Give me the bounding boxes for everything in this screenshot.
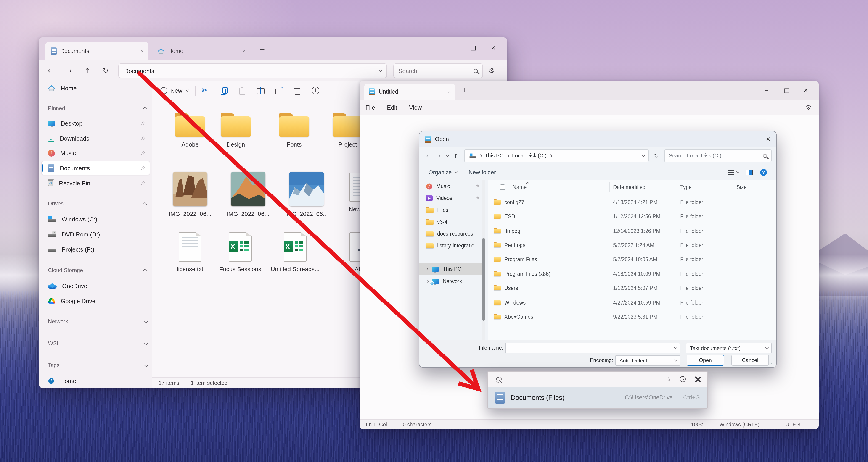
breadcrumb-bar[interactable]: This PC Local Disk (C:) bbox=[464, 149, 649, 162]
file-row[interactable]: ffmpeg 12/14/2023 1:26 PM File folder bbox=[488, 224, 776, 238]
file-row[interactable]: Program Files (x86) 4/18/2024 10:09 PM F… bbox=[488, 267, 776, 281]
sidebar-section-drives[interactable]: Drives bbox=[48, 198, 147, 209]
breadcrumb-local-disk[interactable]: Local Disk (C:) bbox=[512, 153, 547, 158]
tab-close-icon[interactable]: × bbox=[141, 48, 144, 54]
favorites-icon[interactable]: ☆ bbox=[665, 375, 671, 383]
dialog-sidebar-listary-integration[interactable]: listary-integratio bbox=[422, 240, 480, 252]
preview-pane-icon[interactable] bbox=[746, 170, 753, 175]
grid-item-image[interactable]: IMG_2022_06... bbox=[218, 172, 278, 217]
new-folder-button[interactable]: New folder bbox=[468, 169, 496, 175]
resize-grip[interactable] bbox=[771, 362, 774, 365]
palette-search-row[interactable]: ☆ bbox=[488, 372, 707, 387]
grid-item-file[interactable]: license.txt bbox=[165, 232, 215, 272]
view-mode-button[interactable] bbox=[728, 170, 738, 175]
chevron-down-icon[interactable] bbox=[144, 319, 149, 323]
delete-icon[interactable] bbox=[293, 87, 301, 95]
grid-item-image[interactable]: IMG_2022_06... bbox=[160, 172, 220, 217]
open-button[interactable]: Open bbox=[687, 355, 724, 366]
new-tab-button[interactable]: + bbox=[462, 86, 468, 94]
grid-item-file[interactable]: X Untitled Spreads... bbox=[266, 232, 325, 272]
column-header-date[interactable]: Date modified bbox=[613, 180, 646, 194]
sidebar-item-home[interactable]: Home bbox=[41, 81, 150, 95]
scrollbar-thumb[interactable] bbox=[483, 238, 485, 321]
sidebar-item-desktop[interactable]: Desktop bbox=[41, 117, 150, 130]
sidebar-section-network[interactable]: Network bbox=[48, 316, 147, 327]
tab-documents[interactable]: Documents × bbox=[45, 41, 149, 60]
file-row[interactable]: Windows 4/27/2024 10:59 PM File folder bbox=[488, 295, 776, 309]
encoding-select[interactable]: Auto-Detect bbox=[615, 355, 680, 366]
file-row[interactable]: Program Files 5/7/2024 10:06 AM File fol… bbox=[488, 252, 776, 266]
new-tab-button[interactable]: + bbox=[259, 45, 265, 54]
dialog-sidebar-this-pc[interactable]: This PC bbox=[420, 263, 483, 275]
notepad-tab-untitled[interactable]: Untitled × bbox=[364, 84, 456, 100]
history-icon[interactable] bbox=[680, 376, 686, 382]
select-all-checkbox[interactable] bbox=[500, 185, 505, 190]
recent-locations-icon[interactable] bbox=[446, 154, 449, 157]
sidebar-section-pinned[interactable]: Pinned bbox=[48, 102, 147, 114]
dialog-sidebar-network[interactable]: Network bbox=[420, 275, 483, 287]
help-icon[interactable]: ? bbox=[760, 169, 767, 176]
file-type-select[interactable]: Text documents (*.txt) bbox=[686, 343, 772, 353]
maximize-button[interactable]: □ bbox=[463, 37, 483, 58]
cut-icon[interactable] bbox=[202, 87, 210, 95]
file-row[interactable]: config27 4/18/2024 4:21 PM File folder bbox=[488, 195, 776, 209]
info-icon[interactable] bbox=[312, 87, 319, 95]
dialog-sidebar-docs-resources[interactable]: docs-resources bbox=[422, 228, 480, 240]
tools-icon[interactable] bbox=[694, 376, 701, 382]
sidebar-item-google-drive[interactable]: Google Drive bbox=[41, 294, 150, 308]
close-button[interactable]: × bbox=[766, 136, 771, 142]
close-button[interactable]: × bbox=[796, 81, 816, 99]
close-button[interactable]: × bbox=[483, 37, 503, 58]
menu-edit[interactable]: Edit bbox=[381, 104, 403, 111]
dialog-search-input[interactable]: Search Local Disk (C:) bbox=[664, 149, 772, 162]
tab-home[interactable]: Home × bbox=[152, 41, 250, 60]
gear-icon[interactable]: ⚙ bbox=[488, 67, 495, 75]
chevron-up-icon[interactable] bbox=[143, 107, 147, 111]
breadcrumb-this-pc[interactable]: This PC bbox=[485, 153, 503, 158]
sidebar-item-projects-p[interactable]: Projects (P:) bbox=[41, 242, 150, 256]
grid-item-image[interactable]: IMG_2022_06... bbox=[277, 172, 336, 217]
rename-icon[interactable] bbox=[257, 87, 265, 95]
sidebar-item-tag-home[interactable]: Home bbox=[41, 374, 150, 388]
grid-item-folder[interactable]: Design bbox=[208, 113, 263, 148]
file-row[interactable]: PerfLogs 5/7/2022 1:24 AM File folder bbox=[488, 238, 776, 252]
paste-icon[interactable] bbox=[239, 87, 246, 95]
tab-close-icon[interactable]: × bbox=[242, 48, 245, 54]
dialog-sidebar-files[interactable]: Files bbox=[422, 204, 480, 216]
dialog-sidebar-videos[interactable]: ▶ Videos bbox=[422, 192, 480, 204]
sidebar-item-music[interactable]: ♪ Music bbox=[41, 146, 150, 160]
sidebar-item-dvd-d[interactable]: DVD Rom (D:) bbox=[41, 227, 150, 241]
grid-item-folder[interactable]: Fonts bbox=[267, 113, 321, 148]
expand-icon[interactable] bbox=[425, 279, 429, 283]
encoding[interactable]: UTF-8 bbox=[785, 422, 800, 427]
copy-icon[interactable] bbox=[220, 87, 228, 95]
menu-file[interactable]: File bbox=[360, 104, 381, 111]
cancel-button[interactable]: Cancel bbox=[732, 355, 769, 366]
file-row[interactable]: Users 1/12/2024 5:07 PM File folder bbox=[488, 281, 776, 295]
sidebar-section-cloud-storage[interactable]: Cloud Storage bbox=[48, 264, 147, 276]
new-button[interactable]: + New bbox=[160, 87, 188, 94]
menu-view[interactable]: View bbox=[403, 104, 428, 111]
chevron-up-icon[interactable] bbox=[143, 269, 147, 273]
forward-icon[interactable]: → bbox=[60, 67, 78, 75]
organize-button[interactable]: Organize bbox=[429, 169, 457, 175]
palette-result-row[interactable]: Documents (Files) C:\Users\OneDrive Ctrl… bbox=[488, 387, 707, 408]
sidebar-item-onedrive[interactable]: OneDrive bbox=[41, 279, 150, 293]
file-row[interactable]: XboxGames 9/22/2023 5:31 PM File folder bbox=[488, 309, 776, 324]
sidebar-section-tags[interactable]: Tags bbox=[48, 359, 147, 371]
minimize-button[interactable]: – bbox=[442, 37, 462, 58]
line-endings[interactable]: Windows (CRLF) bbox=[719, 422, 760, 427]
tab-close-icon[interactable]: × bbox=[448, 89, 451, 95]
sidebar-item-documents[interactable]: Documents bbox=[41, 161, 150, 175]
expand-icon[interactable] bbox=[425, 267, 429, 270]
back-icon[interactable]: ← bbox=[41, 67, 60, 75]
column-header-name[interactable]: Name bbox=[513, 180, 527, 194]
dialog-sidebar-v3-4[interactable]: v3-4 bbox=[422, 216, 480, 228]
notepad-settings-icon[interactable]: ⚙ bbox=[806, 104, 811, 111]
sidebar-section-wsl[interactable]: WSL bbox=[48, 337, 147, 349]
address-bar[interactable]: Documents bbox=[118, 63, 387, 78]
column-header-type[interactable]: Type bbox=[680, 180, 692, 194]
forward-icon[interactable]: → bbox=[434, 152, 443, 159]
chevron-down-icon[interactable] bbox=[144, 362, 149, 367]
share-icon[interactable] bbox=[275, 87, 283, 95]
